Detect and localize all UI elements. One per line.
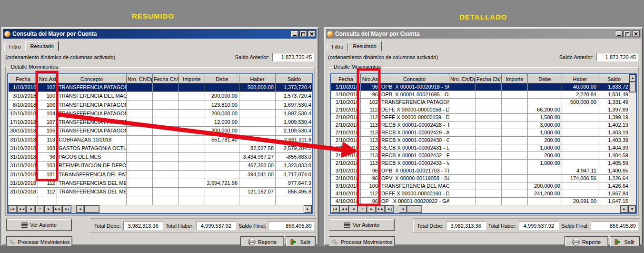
- cell: TRANSFERENCIA PATAGON: [57, 127, 127, 135]
- detalle-movimientos-group: Detalle Movimientos FechaNro.AsiConcepto…: [5, 67, 315, 216]
- table-row[interactable]: 8/10/2018106TRANSFERENCIA PATAGON123,810…: [9, 101, 312, 109]
- table-row[interactable]: 3/10/2018100TRANSFERENCIA DEL MACR200,00…: [9, 92, 312, 101]
- saldo-final-label: Saldo Final:: [561, 223, 589, 229]
- column-header-nro-asi[interactable]: Nro.Asi: [38, 75, 57, 83]
- column-header-haber[interactable]: Haber: [562, 75, 598, 83]
- cell: 1/10/2018: [331, 99, 361, 106]
- cell: [449, 129, 476, 137]
- hscroll-right-button[interactable]: ►: [304, 205, 312, 213]
- table-row[interactable]: 1/10/2018102TRANSFERENCIA PATAGON500,000…: [331, 99, 629, 106]
- table-row[interactable]: 31/10/2018103RTEIMPUTACION DE DEPOS467,3…: [9, 162, 312, 170]
- table-row[interactable]: 12/10/2018104TRANSFERENCIA PATAGON200,00…: [9, 109, 312, 118]
- hscroll-thumb[interactable]: [84, 205, 99, 213]
- table-row[interactable]: 4/10/2018112DEFE X 00000-00000160 - DE24…: [331, 190, 629, 198]
- table-row[interactable]: 1/10/201896OPB X 00001-00020918 - SO40,0…: [331, 83, 629, 91]
- tab-resultado[interactable]: Resultado: [348, 41, 382, 51]
- vscroll-thumb[interactable]: [629, 82, 636, 92]
- printer-icon: [248, 239, 256, 245]
- nav-first-button[interactable]: |◄: [331, 205, 340, 213]
- minimize-button[interactable]: [291, 30, 298, 37]
- maximize-button[interactable]: [299, 30, 307, 37]
- column-header-importe[interactable]: Importe: [179, 75, 205, 83]
- cell: [179, 170, 205, 179]
- nav-prior-button[interactable]: ◄: [349, 205, 358, 213]
- table-row[interactable]: 31/10/2018113COBRANZAS 10/2018551,781.40…: [9, 135, 312, 144]
- nav-prior-button[interactable]: ◄: [26, 205, 35, 213]
- table-row[interactable]: 31/10/2018112TRANSFERENCIAS DEL MES2,694…: [9, 179, 312, 187]
- cell: [239, 101, 276, 109]
- column-header-fecha[interactable]: Fecha: [9, 75, 38, 83]
- column-header-nro-ch-dp[interactable]: Nro. Ch/Dp: [449, 75, 476, 83]
- column-header-nro-ch-dp[interactable]: Nro. Ch/Dp: [127, 75, 153, 83]
- nav-first-button[interactable]: |◄: [8, 205, 17, 213]
- nav-next-button[interactable]: ►: [44, 205, 53, 213]
- table-row[interactable]: 31/10/201896PAGOS DEL MES3,434,967.27-85…: [9, 153, 312, 162]
- vscroll-up-button[interactable]: ▲: [629, 74, 636, 82]
- column-header-fecha-ch-d[interactable]: Fecha Ch/D: [476, 75, 502, 83]
- hscroll-track[interactable]: [99, 205, 304, 213]
- nav-prior-page-button[interactable]: ◄◄: [340, 205, 349, 213]
- vscroll-down-button[interactable]: ▼: [628, 205, 636, 213]
- table-row[interactable]: 2/10/2018113RECB X 00001-00002432 - PE20…: [331, 152, 629, 160]
- column-header-importe[interactable]: Importe: [502, 75, 528, 83]
- table-row[interactable]: 1/10/2018102TRANSFERENCIA PATAGON500,000…: [9, 83, 312, 92]
- tab-filtro[interactable]: Filtro: [4, 43, 25, 51]
- nav-refresh-button[interactable]: ?: [35, 205, 44, 213]
- nav-last-button[interactable]: ►|: [62, 205, 71, 213]
- column-header-concepto[interactable]: Concepto: [57, 75, 127, 83]
- nav-last-button[interactable]: ►|: [385, 205, 394, 213]
- column-header-debe[interactable]: Debe: [528, 75, 562, 83]
- nav-next-page-button[interactable]: ►►: [53, 205, 62, 213]
- hscroll-left-button[interactable]: ◄: [76, 205, 84, 213]
- nav-refresh-button[interactable]: ?: [358, 205, 367, 213]
- table-row[interactable]: 2/10/2018113RECB X 00001-00002430 - GO20…: [331, 137, 629, 144]
- nav-prior-page-button[interactable]: ◄◄: [17, 205, 26, 213]
- minimize-button[interactable]: [615, 30, 623, 37]
- tab-filtro[interactable]: Filtro: [327, 43, 348, 51]
- close-button[interactable]: ✕: [308, 30, 316, 37]
- titlebar[interactable]: Consulta del Mayor por Cuenta ✕: [326, 29, 641, 39]
- nav-next-page-button[interactable]: ►►: [376, 205, 385, 213]
- maximize-button[interactable]: [624, 30, 631, 37]
- table-row[interactable]: 2/10/2018113RECB X 00001-00002431 - LA1,…: [331, 144, 629, 152]
- table-row[interactable]: 4/10/201896OP X 00001-00020922 - GAL20,6…: [331, 198, 629, 205]
- cell: 200,000.00: [205, 109, 239, 118]
- tab-resultado[interactable]: Resultado: [25, 41, 59, 51]
- hscroll-thumb[interactable]: [407, 205, 422, 213]
- close-icon: ✕: [634, 31, 638, 36]
- ver-asiento-button[interactable]: Ver Asiento: [6, 219, 72, 231]
- column-header-concepto[interactable]: Concepto: [380, 75, 449, 83]
- column-header-debe[interactable]: Debe: [205, 75, 239, 83]
- table-row[interactable]: 30/10/2018105TRANSFERENCIA PATAGON200,00…: [9, 127, 312, 135]
- column-header-nro-as[interactable]: Nro.As: [361, 75, 380, 83]
- table-row[interactable]: 2/10/2018113RECB X 00001-00002433 - VI1,…: [331, 160, 629, 167]
- close-button[interactable]: ✕: [632, 30, 640, 37]
- hscroll-track[interactable]: [422, 205, 620, 213]
- table-row[interactable]: 2/10/2018113RECB X 00001-00002428 - N3,0…: [331, 121, 629, 129]
- table-row[interactable]: 31/10/2018112TRANSFERENCIAS DEL MES121,1…: [9, 188, 312, 196]
- ver-asiento-button[interactable]: Ver Asiento: [329, 219, 395, 231]
- cell: 2/10/2018: [331, 114, 361, 121]
- column-header-saldo[interactable]: Saldo: [276, 75, 312, 83]
- filler-row: [9, 196, 312, 205]
- table-row[interactable]: 2/10/2018112DEFE X 00000-00000158 - DE66…: [331, 106, 629, 114]
- table-row[interactable]: 3/10/2018100TRANSFERENCIA DEL MACR200,00…: [331, 182, 629, 190]
- table-row[interactable]: 3/10/201896OPB X 00001-00021703 - TE4,94…: [331, 167, 629, 175]
- nav-next-button[interactable]: ►: [367, 205, 376, 213]
- table-row[interactable]: 1/10/201896OPB X 00001-00021695 - OS2,22…: [331, 91, 629, 99]
- column-header-fecha-ch-d[interactable]: Fecha Ch/D: [153, 75, 179, 83]
- cell: [476, 129, 502, 137]
- table-row[interactable]: 17/10/2018107TRANSFERENCIA PATAGON12,000…: [9, 118, 312, 127]
- table-row[interactable]: 2/10/2018112DEFE X 00000-00000159 - DE1,…: [331, 114, 629, 121]
- table-row[interactable]: 31/10/2018101T6RANSFERENCIA DEL PAT394,0…: [9, 170, 312, 179]
- table-row[interactable]: 2/10/2018113RECB X 00001-00002429 - AF1,…: [331, 129, 629, 137]
- column-header-fecha[interactable]: Fecha: [331, 75, 361, 83]
- hscroll-left-button[interactable]: ◄: [399, 205, 407, 213]
- column-header-saldo[interactable]: Saldo: [598, 75, 629, 83]
- table-row[interactable]: 31/10/2018108GASTOS PATAGONIA OCTU82,027…: [9, 144, 312, 152]
- titlebar[interactable]: Consulta del Mayor por Cuenta ✕: [3, 29, 317, 39]
- table-row[interactable]: 3/10/201896OPV X 00000-00119058 - SU174,…: [331, 175, 629, 182]
- column-header-haber[interactable]: Haber: [239, 75, 276, 83]
- hscroll-right-button[interactable]: ►: [620, 205, 628, 213]
- vertical-scrollbar[interactable]: ▲: [629, 74, 636, 205]
